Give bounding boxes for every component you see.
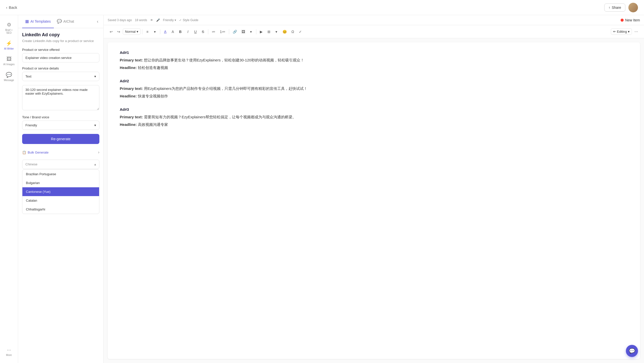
ai-images-label: AI Images <box>3 63 15 66</box>
image-options-button[interactable]: ▾ <box>248 28 255 35</box>
align-options-button[interactable]: ▾ <box>151 28 158 35</box>
details-type-select[interactable]: Text ▾ <box>22 72 99 81</box>
ad-1-label: Ad#1 <box>120 50 628 55</box>
share-button[interactable]: ↑ Share <box>604 4 625 12</box>
style-value: Normal <box>125 30 136 33</box>
editor-meta-bar: Saved 3 days ago 18 words 👁 🎤 Friendly ▾… <box>104 15 644 25</box>
ai-templates-tab-icon: ▦ <box>25 19 29 24</box>
redo-button[interactable]: ↪ <box>115 28 122 35</box>
bulk-generate-link[interactable]: 📋 Bulk Generate <box>22 151 49 154</box>
word-count: 18 words <box>135 18 147 22</box>
sidebar-item-more[interactable]: ··· More <box>1 344 17 359</box>
check-button[interactable]: ✓ <box>297 28 304 35</box>
ai-templates-tab-label: AI Templates <box>30 19 51 23</box>
undo-button[interactable]: ↩ <box>108 28 115 35</box>
tone-select[interactable]: Friendly ▾ <box>22 121 99 130</box>
new-item-red-dot <box>621 19 624 22</box>
edit-pencil-icon: ✏ <box>613 30 616 33</box>
toolbar-sep-3 <box>208 29 208 34</box>
avatar-image <box>628 3 638 12</box>
details-textarea[interactable]: 30-120 second explainer videos now made … <box>22 85 99 110</box>
lang-option-cantonese-yue[interactable]: Cantonese (Yue) <box>22 187 99 196</box>
share-icon: ↑ <box>609 6 610 10</box>
italic-button[interactable]: I <box>184 28 191 35</box>
more-icon: ··· <box>7 347 11 353</box>
chat-bubble-icon: 💬 <box>629 348 635 354</box>
sidebar-item-ai-writer[interactable]: ⚡ AI Writer <box>1 38 17 53</box>
ad-1-headline: Headline: 轻松创造有趣视频 <box>120 65 628 71</box>
style-guide-button[interactable]: ✓ Style Guide <box>179 18 198 22</box>
product-input[interactable] <box>22 53 99 62</box>
tone-field-group: Tone / Brand voice Friendly ▾ <box>22 115 99 130</box>
tone-dropdown-chevron-icon: ▾ <box>175 18 176 22</box>
sidebar-item-ai-images[interactable]: 🖼 AI Images <box>1 54 17 68</box>
back-button[interactable]: ‹ Back <box>6 5 17 10</box>
details-label: Product or service details <box>22 66 99 70</box>
topbar-right: ↑ Share <box>604 3 638 12</box>
more-label: More <box>6 354 12 356</box>
bullet-list-button[interactable]: ≔ <box>210 28 217 35</box>
strikethrough-button[interactable]: S <box>199 28 207 35</box>
language-dropdown-trigger[interactable]: Chinese ▴ <box>22 160 99 169</box>
image-button[interactable]: 🖼 <box>239 28 247 35</box>
tone-label: Tone / Brand voice <box>22 115 99 119</box>
toolbar-meta-right: New Item <box>621 18 640 22</box>
details-type-group: Product or service details Text ▾ <box>22 66 99 81</box>
ad-2-label: Ad#2 <box>120 79 628 83</box>
tab-ai-chat[interactable]: 💬 AIChat <box>54 15 77 28</box>
sidebar-item-message[interactable]: 💬 Message <box>1 69 17 84</box>
ad-block-2: Ad#2 Primary text: 用EzyExplainers为您的产品制作… <box>120 79 628 99</box>
editing-select[interactable]: ✏ Editing ▾ <box>611 28 632 35</box>
new-item-button[interactable]: New Item <box>621 18 640 22</box>
new-item-label: New Item <box>625 18 640 22</box>
style-select-chevron-icon: ▾ <box>137 30 138 33</box>
ad-1-primary-text: Primary text: 想让你的品牌故事更生动？使用EzyExplainer… <box>120 57 628 63</box>
more-options-button[interactable]: ⋯ <box>632 28 640 35</box>
chat-bubble-button[interactable]: 💬 <box>626 345 638 357</box>
ad-3-primary-text: Primary text: 需要简短有力的视频？EzyExplainers帮您轻… <box>120 114 628 120</box>
editor-area: Saved 3 days ago 18 words 👁 🎤 Friendly ▾… <box>104 15 644 363</box>
align-left-button[interactable]: ≡ <box>144 28 151 35</box>
panel-content: LinkedIn Ad copy Create LinkedIn Ads cop… <box>18 28 103 363</box>
editor-content[interactable]: Ad#1 Primary text: 想让你的品牌故事更生动？使用EzyExpl… <box>108 42 640 359</box>
table-button[interactable]: ⊞ <box>265 28 272 35</box>
tone-dropdown[interactable]: Friendly ▾ <box>163 18 176 22</box>
lang-option-brazilian-portuguese[interactable]: Brazilian Portuguese <box>22 170 99 178</box>
bold-button[interactable]: B <box>177 28 184 35</box>
eye-icon[interactable]: 👁 <box>150 18 153 22</box>
editing-label: Editing <box>617 30 627 33</box>
numbered-list-button[interactable]: 1≔ <box>218 28 227 35</box>
tab-ai-templates[interactable]: ▦ AI Templates <box>22 15 54 28</box>
topbar: ‹ Back ↑ Share <box>0 0 644 15</box>
main-layout: ⚙ Brief + SEO ⚡ AI Writer 🖼 AI Images 💬 … <box>0 15 644 363</box>
product-field-group: Product or service offered <box>22 48 99 62</box>
toolbar-sep-2 <box>160 29 160 34</box>
bulk-generate-row: 📋 Bulk Generate › <box>22 148 99 157</box>
bulk-generate-arrow-icon: › <box>98 150 99 155</box>
product-label: Product or service offered <box>22 48 99 52</box>
regenerate-button[interactable]: Re-generate <box>22 134 99 144</box>
brief-seo-icon: ⚙ <box>7 22 11 28</box>
underline-button[interactable]: U <box>192 28 199 35</box>
style-select[interactable]: Normal ▾ <box>123 28 141 35</box>
collapse-panel-button[interactable]: ‹ <box>96 18 99 25</box>
message-label: Message <box>4 79 14 82</box>
ad-3-headline: Headline: 高效视频沟通专家 <box>120 122 628 128</box>
back-chevron-icon: ‹ <box>6 5 7 10</box>
special-chars-button[interactable]: Ω <box>289 28 296 35</box>
lang-option-chhattisgarhi[interactable]: Chhattisgarhi <box>22 205 99 214</box>
lang-option-bulgarian[interactable]: Bulgarian <box>22 178 99 187</box>
table-options-button[interactable]: ▾ <box>273 28 280 35</box>
highlight-button[interactable]: A <box>169 28 176 35</box>
emoji-button[interactable]: 😊 <box>280 28 289 35</box>
text-color-button[interactable]: A <box>162 28 169 35</box>
style-guide-check-icon: ✓ <box>179 18 182 22</box>
details-type-chevron-icon: ▾ <box>94 75 96 78</box>
link-button[interactable]: 🔗 <box>231 28 239 35</box>
toolbar-sep-1 <box>142 29 142 34</box>
details-type-value: Text <box>25 75 31 78</box>
play-button[interactable]: ▶ <box>258 28 265 35</box>
lang-option-catalan[interactable]: Catalan <box>22 196 99 205</box>
sidebar-item-brief-seo[interactable]: ⚙ Brief + SEO <box>1 19 17 37</box>
avatar[interactable] <box>628 3 638 12</box>
